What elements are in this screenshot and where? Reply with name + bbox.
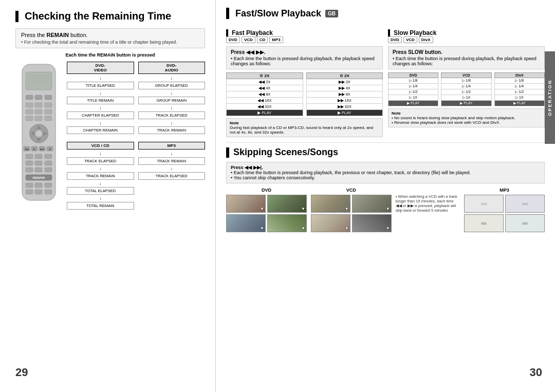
svg-rect-33	[35, 154, 42, 159]
divx-slow-table: DivX ▷ 1/8 ▷ 1/4 ▷ 1/2 ▷ 1X ▶ PLAY	[494, 72, 545, 106]
mp3-skipping-header: MP3	[464, 188, 545, 193]
svg-rect-44	[35, 183, 42, 188]
dvd-thumb-1: ▼	[226, 195, 266, 213]
dvd-thumb-3: ▼	[226, 214, 266, 232]
track-elapsed-dvda: TRACK ELAPSED	[138, 111, 206, 119]
dvd-skipping-col: DVD ▼ ▼ ▼ ▼	[226, 188, 307, 232]
slow-speed-tables: DVD ▷ 1/8 ▷ 1/4 ▷ 1/2 ▷ 1X ▶ PLAY VCD ▷ …	[388, 72, 545, 106]
slow-playback-title: Slow Playback	[388, 29, 545, 36]
track-elapsed-mp3: TRACK ELAPSED	[138, 172, 206, 180]
svg-rect-7	[35, 95, 42, 100]
track-elapsed-vcd: TRACK ELAPSED	[67, 157, 134, 165]
skipping-instr-2: • You cannot skip chapters consecutively…	[231, 175, 540, 180]
svg-rect-12	[26, 109, 33, 114]
svg-rect-13	[35, 109, 42, 114]
slow-note-box: Note • No sound is heard during slow pla…	[388, 108, 545, 127]
dvd-audio-col: DVD-AUDIO ↓ GROUP ELAPSED ↓ GROUP REMAIN…	[138, 62, 206, 136]
svg-text:REMAIN: REMAIN	[32, 176, 45, 179]
slow-note-2: • Reverse slow playback does not work wi…	[392, 120, 500, 125]
instruction-box: Press the REMAIN button. • For checking …	[15, 28, 205, 48]
vcd-thumb-4: ▼	[352, 214, 392, 232]
svg-rect-35	[26, 161, 33, 165]
diagram-title: Each time the REMAIN button is pressed	[15, 52, 205, 58]
vcd-thumbnail-grid: ▼ ▼ ▼ ▼	[311, 195, 392, 232]
mp3-col: MP3 ↓ TRACK REMAIN ↓ TRACK ELAPSED	[138, 142, 206, 211]
page-number-left: 29	[15, 366, 28, 379]
right-section: Fast/Slow Playback GB Fast Playback DVD …	[216, 0, 555, 392]
skipping-instr-1: • Each time the button is pressed during…	[231, 170, 540, 175]
vcd-thumb-3: ▼	[311, 214, 350, 232]
vcd-cd-col: VCD / CD ↓ TRACK ELAPSED ↓ TRACK REMAIN …	[67, 142, 134, 211]
svg-rect-40	[45, 167, 52, 172]
divx-slow-badge: DivX	[419, 36, 433, 43]
gb-badge: GB	[325, 10, 338, 17]
vcd-badge: VCD	[242, 36, 255, 43]
dvd-audio-header: DVD-AUDIO	[138, 62, 206, 74]
svg-rect-14	[45, 109, 52, 114]
left-section: Checking the Remaining Time Press the RE…	[0, 0, 216, 392]
vcd-skip-note: • When watching a VCD with a track longe…	[396, 194, 460, 213]
page-container: Checking the Remaining Time Press the RE…	[0, 0, 555, 392]
svg-rect-36	[35, 161, 42, 165]
svg-rect-43	[26, 183, 33, 188]
group-elapsed: GROUP ELAPSED	[138, 82, 206, 89]
sub-instruction: • For checking the total and remaining t…	[21, 40, 199, 45]
svg-text:◀◀: ◀◀	[25, 147, 29, 151]
vcd-skipping-col: VCD ▼ ▼ ▼ ▼	[311, 188, 392, 232]
svg-rect-6	[26, 95, 33, 100]
vcd-thumb-2: ▼	[352, 195, 392, 213]
skipping-images: DVD ▼ ▼ ▼ ▼	[226, 188, 545, 232]
mp3-badge: MP3	[269, 36, 283, 43]
operation-text: OPERATION	[547, 80, 552, 116]
fast-format-badges: DVD VCD CD MP3	[226, 36, 383, 43]
svg-text:▶▶: ▶▶	[40, 147, 44, 151]
svg-rect-32	[26, 154, 33, 159]
remote-diagram-area: ◀◀ ▶ ▶▶ ■	[15, 62, 205, 211]
remote-control: ◀◀ ▶ ▶▶ ■	[15, 62, 62, 211]
dvd-thumb-2: ▼	[267, 195, 307, 213]
svg-rect-38	[26, 167, 33, 172]
slow-playback-area: Slow Playback DVD VCD DivX Press SLOW bu…	[388, 29, 545, 137]
vcd-slow-table: VCD ▷ 1/8 ▷ 1/4 ▷ 1/2 ▷ 1X ▶ PLAY	[441, 72, 491, 106]
fast-instruction-text: • Each time the button is pressed during…	[231, 56, 378, 66]
svg-rect-10	[35, 103, 42, 107]
fast-slow-content: Fast Playback DVD VCD CD MP3 Press ◀◀ ▶▶…	[226, 29, 545, 137]
track-remain-vcd: TRACK REMAIN	[67, 172, 134, 180]
fast-playback-area: Fast Playback DVD VCD CD MP3 Press ◀◀ ▶▶…	[226, 29, 383, 137]
skipping-title: Skipping Scenes/Songs	[226, 147, 545, 158]
slow-instruction-box: Press SLOW button. • Each time the butto…	[388, 46, 545, 69]
total-elapsed: TOTAL ELAPSED	[67, 187, 134, 195]
track-remain-mp3: TRACK REMAIN	[138, 157, 206, 165]
svg-point-19	[35, 130, 42, 137]
svg-rect-1	[26, 72, 52, 90]
fast-press-label: Press ◀◀ ▶▶.	[231, 49, 378, 55]
mp3-header: MP3	[138, 142, 206, 150]
slow-note-1: • No sound is heard during slow playback…	[392, 116, 515, 120]
operation-sidebar: OPERATION	[545, 51, 555, 144]
dvd-video-col: DVD-VIDEO ↓ TITLE ELAPSED ↓ TITLE REMAIN…	[67, 62, 134, 136]
vcd-speed-table: ⊙ 2X ▶▶ 2X ▶▶ 4X ▶▶ 8X ▶▶ 16X ▶▶ 32X ▶ P…	[306, 72, 383, 116]
dvd-speed-table: ⊙ 2X ◀◀ 2X ◀◀ 4X ◀◀ 8X ◀◀ 16X ◀◀ 32X ▶ P…	[226, 72, 303, 116]
vcd-thumb-1: ▼	[311, 195, 350, 213]
chapter-elapsed: CHAPTER ELAPSED	[67, 111, 134, 119]
vcd-skipping-header: VCD	[311, 188, 392, 193]
skipping-section: Skipping Scenes/Songs Press ◀◀ ▶▶|. • Ea…	[226, 142, 545, 232]
svg-text:■: ■	[49, 147, 50, 151]
slow-instruction-text: • Each time the button is pressed during…	[393, 56, 540, 66]
mp3-thumb-2: □□□	[505, 195, 545, 213]
svg-text:▶: ▶	[33, 147, 35, 151]
main-instruction: Press the REMAIN button.	[21, 32, 199, 38]
svg-rect-15	[26, 116, 33, 121]
fast-instruction-box: Press ◀◀ ▶▶. • Each time the button is p…	[226, 46, 383, 69]
page-number-right: 30	[530, 366, 542, 379]
svg-rect-11	[45, 103, 52, 107]
flow-diagram: DVD-VIDEO ↓ TITLE ELAPSED ↓ TITLE REMAIN…	[67, 62, 205, 211]
svg-rect-47	[35, 190, 42, 194]
fast-playback-title: Fast Playback	[226, 29, 383, 36]
svg-rect-16	[35, 116, 42, 121]
fast-note-box: Note During fast playback of a CD or MP3…	[226, 118, 383, 137]
mp3-thumbnail-grid: □□□ □□□ ≡≡≡ ≡≡≡	[464, 195, 545, 232]
dvd-thumbnail-grid: ▼ ▼ ▼ ▼	[226, 195, 307, 232]
mp3-thumb-3: ≡≡≡	[464, 214, 504, 232]
mp3-thumb-1: □□□	[464, 195, 504, 213]
